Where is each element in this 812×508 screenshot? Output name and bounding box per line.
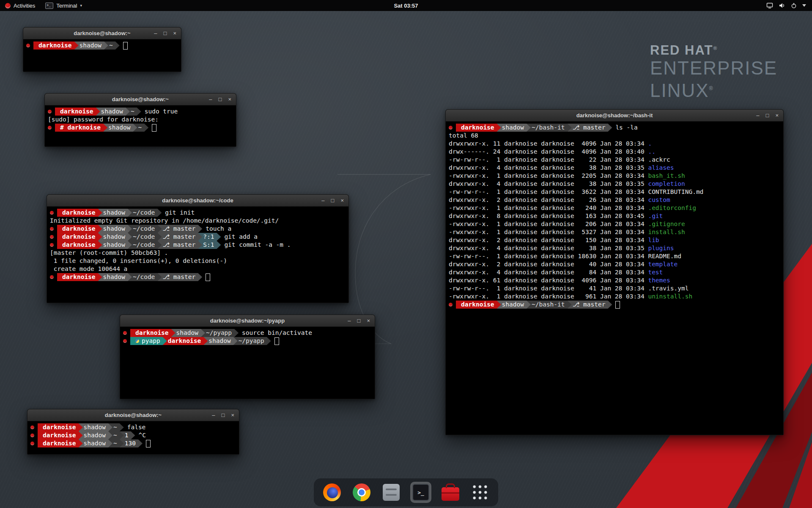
dock-terminal-button[interactable]: >_ <box>410 482 431 503</box>
dock-files-button[interactable] <box>381 482 402 503</box>
prompt-host-segment: shadow <box>79 431 112 439</box>
minimize-button[interactable]: – <box>209 97 212 102</box>
terminal-output-text: README.md <box>648 252 681 260</box>
terminal-icon: >_ <box>412 484 429 501</box>
terminal-line: -rwxrwxr-x. 1 darknoise darknoise 961 Ja… <box>449 293 780 301</box>
dock-toolbox-button[interactable] <box>440 482 461 503</box>
maximize-button[interactable]: □ <box>766 113 769 118</box>
minimize-button[interactable]: – <box>348 318 351 323</box>
window-titlebar[interactable]: darknoise@shadow:~ – □ × <box>45 94 236 105</box>
directory-name: template <box>648 260 678 268</box>
prompt-path-segment: ~/code <box>128 209 162 217</box>
activities-button[interactable]: Activities <box>0 0 40 11</box>
terminal-screen[interactable]: darknoiseshadow~/pyappsource bin/activat… <box>120 327 375 399</box>
prompt-user-segment: darknoise <box>33 41 79 50</box>
terminal-screen[interactable]: darknoiseshadow~/bash-it⎇ masterls -lato… <box>446 121 783 435</box>
chevron-down-icon: ▾ <box>80 3 82 8</box>
terminal-output-text: -rw-rw-r--. 1 darknoise darknoise 3622 J… <box>449 188 648 196</box>
terminal-line: drwxrwxr-x. 4 darknoise darknoise 84 Jan… <box>449 268 780 276</box>
redhat-prompt-icon <box>30 431 38 439</box>
maximize-button[interactable]: □ <box>164 30 167 36</box>
terminal-screen[interactable]: darknoiseshadow~sudo true[sudo] password… <box>45 105 236 146</box>
terminal-output-text: drwxrwxr-x. 2 darknoise darknoise 40 Jan… <box>449 260 648 268</box>
terminal-app-icon: >_ <box>45 3 53 9</box>
prompt-git-branch-segment: ⎇ master <box>157 273 202 281</box>
prompt-git-branch-segment: ⎇ master <box>568 124 612 132</box>
window-titlebar[interactable]: darknoise@shadow:~/pyapp – □ × <box>120 315 375 327</box>
window-titlebar[interactable]: darknoise@shadow:~ – □ × <box>27 409 239 421</box>
app-menu-terminal[interactable]: >_ Terminal ▾ <box>40 0 87 11</box>
prompt-user-segment: darknoise <box>163 337 208 345</box>
terminal-output-text: -rwxrwxr-x. 1 darknoise darknoise 5327 J… <box>449 228 648 236</box>
terminal-output-text: drwx------. 24 darknoise darknoise 4096 … <box>449 148 648 156</box>
window-titlebar[interactable]: darknoise@shadow:~/bash-it – □ × <box>446 110 783 121</box>
terminal-screen[interactable]: darknoiseshadow~/codegit initInitialized… <box>47 207 348 303</box>
terminal-line: drwxrwxr-x. 4 darknoise darknoise 38 Jan… <box>449 244 780 252</box>
terminal-output-text: .ackrc <box>648 156 670 164</box>
watermark-line2: ENTERPRISE <box>650 58 777 78</box>
terminal-command-text: git add a <box>217 233 258 241</box>
redhat-prompt-icon <box>50 241 57 249</box>
minimize-button[interactable]: – <box>321 198 324 203</box>
minimize-button[interactable]: – <box>756 113 759 118</box>
close-button[interactable]: × <box>173 30 176 36</box>
directory-name: custom <box>648 196 670 204</box>
prompt-user-segment: darknoise <box>57 233 102 241</box>
close-button[interactable]: × <box>340 198 344 203</box>
terminal-output-text: 1 file changed, 0 insertions(+), 0 delet… <box>50 257 227 265</box>
window-titlebar[interactable]: darknoise@shadow:~ – □ × <box>23 28 181 39</box>
prompt-host-segment: shadow <box>79 423 112 431</box>
prompt-host-segment: shadow <box>98 209 132 217</box>
terminal-line: -rw-rw-r--. 1 darknoise darknoise 41 Jan… <box>449 284 780 293</box>
window-titlebar[interactable]: darknoise@shadow:~/code – □ × <box>47 195 348 207</box>
terminal-line: darknoiseshadow~/pyappsource bin/activat… <box>123 329 372 337</box>
clock-button[interactable]: Sat 03:57 <box>394 0 418 11</box>
prompt-host-segment: shadow <box>497 124 531 132</box>
terminal-line: drwxrwxr-x. 11 darknoise darknoise 4096 … <box>449 140 780 148</box>
terminal-line: -rw-rw-r--. 1 darknoise darknoise 18630 … <box>449 252 780 260</box>
terminal-screen[interactable]: darknoiseshadow~ <box>23 39 181 72</box>
terminal-line: darknoiseshadow~/bash-it⎇ masterls -la <box>449 124 780 132</box>
minimize-button[interactable]: – <box>212 412 215 418</box>
maximize-button[interactable]: □ <box>331 198 335 203</box>
close-button[interactable]: × <box>231 412 234 418</box>
dock-show-apps-button[interactable] <box>469 482 491 503</box>
terminal-output-text: -rwxrwxr-x. 1 darknoise darknoise 961 Ja… <box>449 293 648 301</box>
prompt-host-segment: shadow <box>497 301 531 309</box>
terminal-output-text: total 68 <box>449 132 478 140</box>
terminal-window-bash-it: darknoise@shadow:~/bash-it – □ × darknoi… <box>445 109 784 435</box>
close-button[interactable]: × <box>775 113 779 118</box>
terminal-output-text: CONTRIBUTING.md <box>648 188 703 196</box>
dock-chrome-button[interactable] <box>351 482 372 503</box>
terminal-output-text: drwxrwxr-x. 4 darknoise darknoise 38 Jan… <box>449 244 648 252</box>
executable-name: bash_it.sh <box>648 172 685 180</box>
maximize-button[interactable]: □ <box>222 412 225 418</box>
dock-firefox-button[interactable] <box>321 482 343 503</box>
prompt-user-segment: darknoise <box>38 439 83 447</box>
terminal-line: drwxrwxr-x. 4 darknoise darknoise 38 Jan… <box>449 164 780 172</box>
window-title: darknoise@shadow:~ <box>105 412 162 418</box>
redhat-prompt-icon <box>48 108 55 116</box>
terminal-line: drwx------. 24 darknoise darknoise 4096 … <box>449 148 780 156</box>
terminal-line: drwxrwxr-x. 4 darknoise darknoise 38 Jan… <box>449 180 780 188</box>
window-title: darknoise@shadow:~/pyapp <box>210 318 285 324</box>
prompt-path-segment: ~/pyapp <box>233 337 271 345</box>
minimize-button[interactable]: – <box>154 30 157 36</box>
prompt-host-segment: shadow <box>98 241 132 249</box>
prompt-user-segment: darknoise <box>57 273 102 281</box>
close-button[interactable]: × <box>228 97 231 102</box>
chrome-icon <box>353 483 370 501</box>
prompt-user-segment: # darknoise <box>55 124 107 132</box>
toolbox-icon <box>442 487 459 501</box>
close-button[interactable]: × <box>367 318 370 323</box>
terminal-line: darknoiseshadow~sudo true <box>48 108 233 116</box>
dock: >_ <box>314 478 498 506</box>
terminal-output-text: drwxrwxr-x. 4 darknoise darknoise 38 Jan… <box>449 180 648 188</box>
terminal-screen[interactable]: darknoiseshadow~falsedarknoiseshadow~1^C… <box>27 421 239 454</box>
maximize-button[interactable]: □ <box>219 97 222 102</box>
redhat-prompt-icon <box>123 329 130 337</box>
directory-name: .git <box>648 212 663 220</box>
system-status-area[interactable] <box>763 0 809 11</box>
terminal-line: -rwxrwxr-x. 1 darknoise darknoise 206 Ja… <box>449 220 780 228</box>
maximize-button[interactable]: □ <box>357 318 361 323</box>
